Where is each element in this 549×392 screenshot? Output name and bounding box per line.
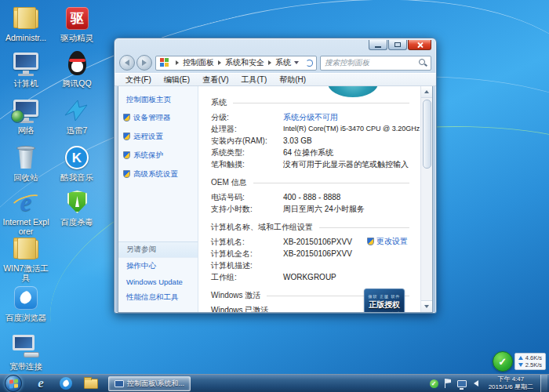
menu-file[interactable]: 文件(F) — [119, 74, 158, 85]
row-label: 安装内存(RAM): — [211, 136, 283, 147]
sidebar-item-home[interactable]: 控制面板主页 — [118, 93, 198, 107]
sidebar-item-label: 系统保护 — [133, 151, 163, 161]
tray-health-icon[interactable]: ✓ — [429, 379, 439, 389]
sidebar-item-device-manager[interactable]: 设备管理器 — [118, 109, 198, 126]
taskbar-explorer-icon[interactable] — [81, 376, 101, 391]
desktop-icon-xunlei[interactable]: 迅雷7 — [53, 97, 100, 135]
scroll-up-button[interactable] — [421, 86, 433, 98]
chevron-right-icon — [218, 60, 221, 65]
network-icon — [11, 97, 41, 124]
search-input[interactable]: 搜索控制面板 — [320, 56, 431, 71]
scrollbar-thumb[interactable] — [423, 100, 431, 169]
task-button-label: 控制面板\系统和... — [127, 379, 184, 389]
genuine-badge[interactable]: 微软 正版 软件 正版授权 安全 放心 享受 — [364, 289, 405, 312]
address-bar-row: 控制面板 系统和安全 系统 搜索控制面板 — [115, 53, 436, 73]
desktop-icon-network[interactable]: 网络 — [2, 97, 49, 135]
title-bar[interactable] — [115, 38, 436, 53]
breadcrumb-system[interactable]: 系统 — [275, 57, 291, 68]
breadcrumb-control-panel[interactable]: 控制面板 — [183, 57, 214, 68]
taskbar-clock[interactable]: 下午 4:47 2015/1/6 星期二 — [485, 376, 536, 391]
main-panel: 系统 分级:系统分级不可用 处理器:Intel(R) Core(TM) i5-3… — [198, 86, 420, 312]
folder-icon — [84, 379, 98, 389]
menu-help[interactable]: 帮助(H) — [273, 74, 312, 85]
active-task-button[interactable]: 控制面板\系统和... — [108, 376, 191, 391]
tray-volume-icon[interactable] — [471, 379, 482, 389]
back-button[interactable] — [119, 55, 135, 71]
change-settings-link[interactable]: 更改设置 — [367, 236, 408, 247]
sidebar-item-windows-update[interactable]: Windows Update — [118, 274, 198, 289]
icon-label: 计算机 — [2, 78, 49, 88]
sidebar-item-performance[interactable]: 性能信息和工具 — [118, 289, 198, 306]
upload-speed: 4.6K/s — [525, 355, 542, 361]
uac-shield-icon — [123, 114, 130, 122]
icon-label: 宽带连接 — [2, 361, 49, 371]
icon-label: 酷我音乐 — [53, 172, 100, 182]
tray-network-icon[interactable] — [457, 379, 467, 389]
accelerator-ball-icon[interactable]: ✓ — [493, 351, 513, 372]
section-oem: OEM 信息 电话号码:400 - 888 - 8888 支持小时数:周日至周六… — [211, 177, 409, 215]
menu-tools[interactable]: 工具(T) — [235, 74, 273, 85]
row-label: 支持小时数: — [211, 204, 283, 215]
sidebar-item-system-protection[interactable]: 系统保护 — [118, 147, 198, 164]
computer-icon — [115, 380, 124, 387]
badge-title: 正版授权 — [369, 299, 400, 310]
desktop-icon-baidu-browser[interactable]: 百度浏览器 — [2, 285, 49, 322]
close-button[interactable] — [408, 40, 431, 50]
tray-action-center-icon[interactable] — [443, 379, 453, 389]
maximize-button[interactable] — [388, 40, 407, 50]
desktop-icon-driver-genius[interactable]: 驱 驱动精灵 — [53, 5, 100, 42]
menu-view[interactable]: 查看(V) — [196, 74, 235, 85]
folder-icon — [11, 235, 41, 262]
desktop-icon-qq[interactable]: 腾讯QQ — [53, 50, 100, 88]
full-name-value: XB-20150106PXVV — [283, 249, 352, 258]
internet-explorer-icon: e — [11, 189, 41, 216]
desktop-icon-computer[interactable]: 计算机 — [2, 50, 49, 88]
breadcrumb[interactable]: 控制面板 系统和安全 系统 — [155, 56, 317, 71]
sidebar-item-advanced-settings[interactable]: 高级系统设置 — [118, 165, 198, 183]
desktop-icon-baidu-antivirus[interactable]: 百度杀毒 — [53, 189, 100, 227]
menu-edit[interactable]: 编辑(E) — [158, 74, 196, 85]
show-desktop-button[interactable] — [540, 375, 547, 392]
minimize-button[interactable] — [369, 40, 387, 50]
baidu-browser-icon — [11, 285, 41, 311]
computer-name-value: XB-20150106PXVV — [283, 238, 352, 246]
desktop-icon-win7-activator[interactable]: WIN7激活工具 — [2, 235, 49, 282]
ie-icon: e — [38, 376, 44, 391]
rating-link[interactable]: 系统分级不可用 — [283, 112, 338, 123]
broadband-connection-icon — [11, 333, 41, 360]
sidebar-item-label: 高级系统设置 — [133, 169, 178, 180]
forward-button[interactable] — [136, 55, 152, 71]
breadcrumb-system-security[interactable]: 系统和安全 — [225, 57, 264, 68]
refresh-button[interactable] — [304, 57, 314, 68]
section-title: OEM 信息 — [211, 177, 247, 188]
row-label: 笔和触摸: — [211, 159, 283, 170]
sidebar-item-action-center[interactable]: 操作中心 — [118, 258, 198, 274]
desktop-icon-ie[interactable]: e Internet Explorer — [2, 189, 49, 236]
desktop-icon-broadband[interactable]: 宽带连接 — [2, 333, 49, 371]
clock-time: 下午 4:47 — [489, 376, 533, 383]
speaker-icon — [474, 380, 478, 387]
start-button[interactable] — [5, 375, 22, 392]
icon-label: 百度浏览器 — [2, 313, 49, 322]
scroll-down-button[interactable] — [421, 300, 433, 312]
phone-value: 400 - 888 - 8888 — [283, 193, 340, 201]
menu-bar: 文件(F) 编辑(E) 查看(V) 工具(T) 帮助(H) — [115, 73, 436, 86]
desktop-icon-kuwo[interactable]: K 酷我音乐 — [53, 144, 100, 182]
support-hours-value: 周日至周六 24小时服务 — [283, 204, 365, 215]
desktop-icon-recycle-bin[interactable]: 回收站 — [2, 144, 49, 182]
icon-label: 百度杀毒 — [53, 217, 100, 227]
taskbar-baidu-browser-icon[interactable] — [56, 376, 76, 391]
desktop-icon-admin-folder[interactable]: Administr... — [2, 5, 49, 42]
flag-icon — [445, 379, 452, 388]
sidebar-item-remote-settings[interactable]: 远程设置 — [118, 128, 198, 145]
workgroup-value: WORKGROUP — [283, 273, 336, 281]
taskbar-ie-icon[interactable]: e — [31, 376, 51, 391]
section-computer-name: 计算机名称、域和工作组设置 计算机名: XB-20150106PXVV 更改设置… — [211, 222, 409, 283]
scrollbar[interactable] — [420, 86, 432, 312]
icon-label: 迅雷7 — [53, 125, 100, 135]
section-activation: Windows 激活 Windows 已激活 产品 ID: 00426-OEM-… — [211, 290, 409, 312]
address-dropdown-icon[interactable] — [294, 61, 299, 64]
speed-widget[interactable]: ✓ 4.6K/s 2.5K/s — [493, 351, 546, 372]
row-label: 处理器: — [211, 124, 283, 135]
green-shield-icon — [62, 189, 92, 216]
